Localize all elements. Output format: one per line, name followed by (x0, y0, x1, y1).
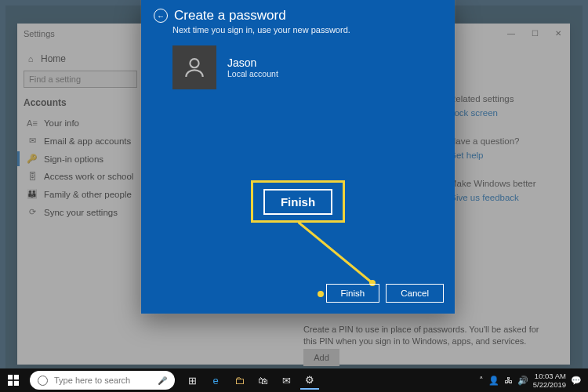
svg-rect-4 (14, 375, 19, 379)
person-icon (182, 55, 207, 80)
task-view-icon[interactable]: ⊞ (183, 371, 201, 390)
explorer-icon[interactable]: 🗀 (230, 371, 249, 390)
nav-sync[interactable]: ⟳ Sync your settings (24, 203, 140, 221)
key-icon: 🔑 (27, 154, 38, 164)
svg-rect-6 (14, 381, 19, 386)
lock-screen-link[interactable]: Lock screen (449, 108, 562, 118)
section-title: Accounts (24, 97, 140, 108)
settings-task-icon[interactable]: ⚙ (300, 371, 319, 390)
nav-label: Sync your settings (44, 208, 118, 217)
chevron-up-icon[interactable]: ˄ (479, 376, 484, 386)
user-type: Local account (227, 69, 278, 78)
edge-icon[interactable]: e (206, 371, 225, 390)
taskbar: Type here to search 🎤 ⊞ e 🗀 🛍 ✉ ⚙ ˄ 👤 🖧 … (0, 368, 588, 392)
briefcase-icon: 🗄 (27, 172, 38, 181)
store-icon[interactable]: 🛍 (253, 371, 272, 390)
start-button[interactable] (0, 368, 27, 392)
search-placeholder: Type here to search (54, 376, 130, 385)
taskbar-search[interactable]: Type here to search 🎤 (30, 371, 175, 390)
network-icon[interactable]: 🖧 (504, 376, 513, 385)
better-head: Make Windows better (449, 179, 562, 188)
nav-family[interactable]: 👪 Family & other people (24, 185, 140, 203)
settings-sidebar: ⌂ Home Find a setting Accounts A≡ Your i… (17, 44, 147, 365)
avatar (172, 45, 216, 89)
feedback-link[interactable]: Give us feedback (449, 193, 562, 202)
home-label: Home (41, 53, 66, 64)
minimize-button[interactable]: — (499, 24, 523, 44)
nav-label: Sign-in options (44, 154, 103, 164)
svg-line-1 (298, 222, 372, 283)
add-pin-button[interactable]: Add (303, 349, 339, 366)
nav-label: Your info (44, 118, 79, 128)
callout-arrow (298, 222, 455, 292)
maximize-button[interactable]: ☐ (523, 24, 546, 44)
nav-label: Email & app accounts (44, 136, 131, 146)
pin-description: Create a PIN to use in place of password… (303, 324, 546, 347)
nav-signin-options[interactable]: 🔑 Sign-in options (24, 150, 140, 168)
finish-callout-label: Finish (263, 189, 332, 215)
svg-rect-5 (8, 381, 13, 386)
nav-label: Access work or school (44, 172, 133, 181)
home-link[interactable]: ⌂ Home (25, 53, 140, 64)
svg-point-0 (190, 59, 198, 67)
clock-time: 10:03 AM (533, 372, 566, 380)
settings-right-panel: Related settings Lock screen Have a ques… (445, 44, 570, 365)
cortana-icon (38, 376, 48, 386)
user-name: Jason (227, 56, 278, 69)
close-button[interactable]: ✕ (546, 24, 570, 44)
clock[interactable]: 10:03 AM 5/22/2019 (533, 372, 566, 388)
home-icon: ⌂ (25, 54, 36, 64)
finish-button[interactable]: Finish (326, 284, 380, 303)
volume-icon[interactable]: 🔊 (517, 376, 528, 386)
system-tray: ˄ 👤 🖧 🔊 10:03 AM 5/22/2019 💬 (479, 372, 588, 388)
nav-your-info[interactable]: A≡ Your info (24, 114, 140, 132)
cancel-button[interactable]: Cancel (386, 284, 444, 303)
dialog-title: Create a password (174, 8, 286, 24)
sync-icon: ⟳ (27, 207, 38, 217)
arrow-left-icon: ← (157, 12, 165, 20)
get-help-link[interactable]: Get help (449, 151, 562, 160)
clock-date: 5/22/2019 (533, 381, 566, 389)
find-setting-placeholder: Find a setting (29, 74, 81, 84)
back-button[interactable]: ← (154, 9, 168, 23)
notifications-icon[interactable]: 💬 (571, 376, 582, 386)
create-password-dialog: ← Create a password Next time you sign i… (141, 0, 455, 314)
person-icon: A≡ (27, 118, 38, 128)
question-head: Have a question? (449, 136, 562, 146)
mail-icon: ✉ (27, 136, 38, 146)
nav-label: Family & other people (44, 190, 132, 199)
people-icon: 👪 (27, 189, 38, 199)
mic-icon: 🎤 (158, 376, 167, 385)
nav-email[interactable]: ✉ Email & app accounts (24, 132, 140, 150)
finish-callout: Finish (251, 180, 345, 223)
related-settings-head: Related settings (449, 94, 562, 103)
dialog-subtitle: Next time you sign in, use your new pass… (141, 25, 455, 34)
nav-work-school[interactable]: 🗄 Access work or school (24, 168, 140, 185)
windows-icon (8, 375, 19, 386)
find-setting-input[interactable]: Find a setting (24, 71, 137, 88)
mail-icon[interactable]: ✉ (277, 371, 296, 390)
window-title-text: Settings (24, 29, 55, 38)
svg-rect-3 (8, 375, 13, 379)
people-tray-icon[interactable]: 👤 (488, 376, 499, 386)
